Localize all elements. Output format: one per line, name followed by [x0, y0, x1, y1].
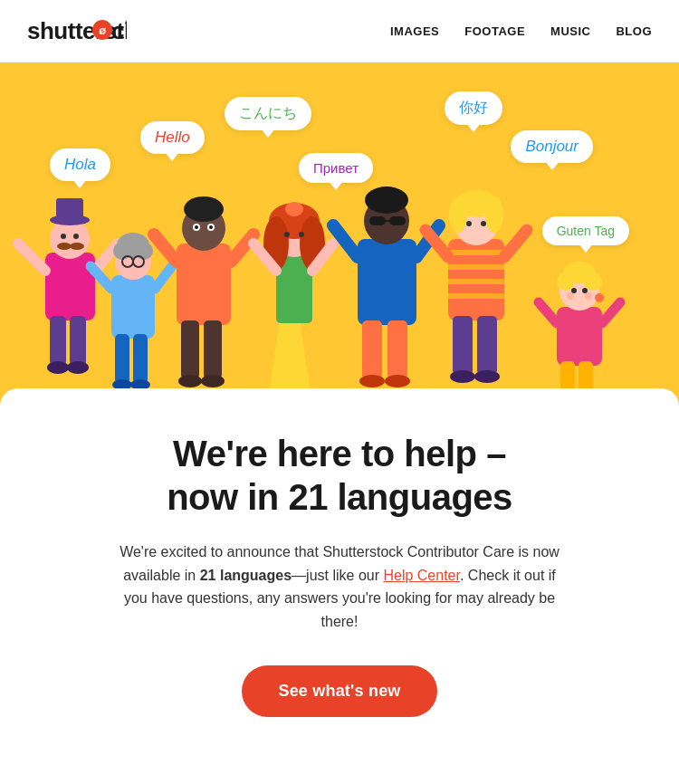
svg-point-98	[571, 288, 577, 293]
svg-point-100	[595, 293, 604, 302]
svg-point-93	[557, 272, 575, 291]
svg-point-77	[474, 370, 500, 383]
heading-line1: We're here to help –	[173, 434, 506, 473]
svg-point-60	[359, 375, 385, 387]
svg-point-81	[485, 196, 503, 233]
logo-symbol: shutterst ø ck ®	[27, 16, 127, 45]
content-card: We're here to help – now in 21 languages…	[0, 388, 679, 762]
characters-illustration	[0, 126, 679, 416]
header: shutterst ø ck ® IMAGES FOOTAGE MUSIC BL…	[0, 0, 679, 62]
svg-point-11	[57, 243, 72, 250]
characters-svg	[0, 126, 679, 416]
svg-text:®: ®	[125, 19, 127, 27]
svg-line-45	[231, 234, 253, 262]
cta-button[interactable]: See what's new	[242, 665, 436, 717]
svg-rect-65	[389, 216, 406, 225]
description-text: We're excited to announce that Shutterst…	[113, 540, 566, 633]
svg-rect-33	[177, 244, 231, 325]
svg-rect-19	[111, 275, 155, 339]
svg-rect-59	[387, 320, 407, 379]
nav-item-music[interactable]: MUSIC	[550, 24, 590, 38]
bubble-nihao: 你好	[445, 91, 502, 125]
svg-point-82	[466, 221, 472, 226]
svg-point-97	[585, 292, 592, 300]
svg-rect-7	[70, 316, 86, 366]
svg-rect-64	[369, 216, 386, 225]
svg-point-39	[184, 196, 224, 222]
svg-point-83	[481, 221, 486, 226]
svg-point-36	[178, 375, 202, 387]
description-bold: 21 languages	[200, 568, 292, 583]
svg-point-14	[73, 234, 79, 239]
svg-point-13	[61, 234, 66, 239]
svg-point-80	[449, 196, 467, 233]
svg-point-43	[209, 225, 213, 229]
svg-rect-57	[358, 239, 416, 325]
description-part2: —just like our	[292, 568, 383, 583]
logo: shutterst ø ck ®	[27, 16, 127, 45]
svg-rect-16	[56, 198, 83, 222]
svg-point-8	[47, 361, 69, 374]
svg-point-96	[567, 292, 574, 300]
svg-point-12	[70, 243, 84, 250]
svg-line-102	[602, 302, 620, 323]
main-heading: We're here to help – now in 21 languages	[72, 432, 607, 519]
svg-rect-20	[115, 334, 129, 384]
svg-rect-34	[181, 320, 199, 379]
svg-rect-6	[50, 316, 66, 366]
svg-rect-35	[204, 320, 222, 379]
svg-line-85	[504, 230, 527, 257]
svg-point-63	[365, 186, 408, 214]
nav: IMAGES FOOTAGE MUSIC BLOG	[390, 24, 652, 38]
nav-item-blog[interactable]: BLOG	[616, 24, 652, 38]
svg-point-61	[385, 375, 410, 387]
nav-item-images[interactable]: IMAGES	[390, 24, 439, 38]
svg-line-32	[155, 266, 172, 289]
svg-line-101	[539, 302, 557, 323]
svg-point-42	[195, 225, 198, 229]
svg-line-17	[18, 244, 45, 271]
svg-rect-21	[133, 334, 148, 384]
svg-point-52	[284, 232, 290, 237]
svg-rect-86	[557, 307, 602, 366]
svg-point-9	[67, 361, 89, 374]
svg-rect-74	[453, 316, 473, 375]
svg-point-94	[584, 272, 602, 291]
svg-point-37	[201, 375, 225, 387]
svg-rect-58	[362, 320, 382, 379]
svg-point-53	[299, 232, 304, 237]
svg-text:ø: ø	[99, 24, 106, 37]
svg-point-54	[285, 202, 303, 216]
svg-rect-75	[477, 316, 497, 375]
help-center-link[interactable]: Help Center	[383, 568, 460, 583]
hero-section: Hola Hello こんにち Привет 你好 Bonjour Guten …	[0, 62, 679, 416]
svg-point-76	[450, 370, 475, 383]
nav-item-footage[interactable]: FOOTAGE	[464, 24, 525, 38]
heading-line2: now in 21 languages	[167, 477, 512, 517]
svg-line-44	[154, 234, 177, 262]
svg-point-99	[582, 288, 588, 293]
